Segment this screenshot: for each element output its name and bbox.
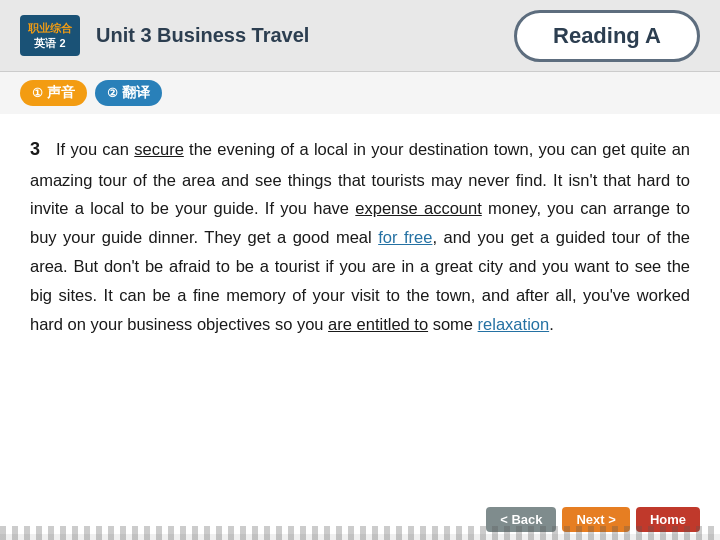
reading-badge: Reading A — [514, 10, 700, 62]
are-entitled-to-link[interactable]: are entitled to — [328, 315, 428, 333]
toolbar: ① 声音 ② 翻译 — [0, 72, 720, 114]
sound-button[interactable]: ① 声音 — [20, 80, 87, 106]
content-area: 3If you can secure the evening of a loca… — [0, 114, 720, 534]
sound-label: 声音 — [47, 84, 75, 102]
translate-label: 翻译 — [122, 84, 150, 102]
header: 职业综合 英语 2 Unit 3 Business Travel Reading… — [0, 0, 720, 72]
paragraph-3: 3If you can secure the evening of a loca… — [30, 134, 690, 339]
translate-button[interactable]: ② 翻译 — [95, 80, 162, 106]
unit-title: Unit 3 Business Travel — [96, 24, 514, 47]
logo-line2: 英语 2 — [28, 36, 72, 50]
relaxation-link[interactable]: relaxation — [478, 315, 550, 333]
for-free-link[interactable]: for free — [378, 228, 432, 246]
text-before-secure: If you can — [56, 140, 134, 158]
bottom-decoration — [0, 526, 720, 540]
logo: 职业综合 英语 2 — [20, 15, 80, 56]
text-after-entitled: some — [428, 315, 478, 333]
text-end: . — [549, 315, 554, 333]
expense-account-link[interactable]: expense account — [355, 199, 481, 217]
logo-line1: 职业综合 — [28, 21, 72, 35]
paragraph-number: 3 — [30, 139, 40, 159]
translate-number: ② — [107, 86, 118, 100]
sound-number: ① — [32, 86, 43, 100]
secure-link[interactable]: secure — [134, 140, 184, 158]
